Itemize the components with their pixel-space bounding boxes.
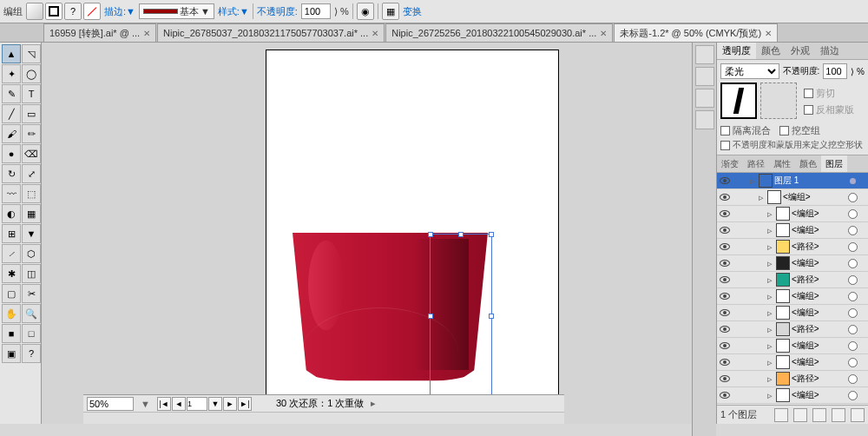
help-tool[interactable]: ? — [22, 344, 41, 363]
visibility-toggle[interactable] — [720, 194, 730, 201]
layer-row[interactable]: ▹ <路径> — [717, 239, 868, 255]
pencil-tool[interactable]: ✏ — [22, 124, 41, 143]
layer-row[interactable]: ▹ <编组> — [717, 305, 868, 321]
layer-row[interactable]: ▹ <编组> — [717, 288, 868, 305]
expand-toggle[interactable]: ▹ — [766, 373, 774, 385]
panel-tab[interactable]: 渐变 — [717, 155, 743, 172]
target-icon[interactable] — [848, 193, 858, 202]
type-tool[interactable]: T — [22, 84, 41, 103]
panel-tab[interactable]: 透明度 — [717, 43, 756, 59]
zoom-tool[interactable]: 🔍 — [22, 304, 41, 323]
panel-tab[interactable]: 颜色 — [756, 43, 786, 59]
transform-link[interactable]: 变换 — [403, 5, 422, 18]
panel-icon[interactable] — [695, 45, 714, 64]
artboard-number-input[interactable] — [187, 397, 207, 411]
direct-selection-tool[interactable]: ◹ — [22, 44, 41, 63]
expand-toggle[interactable]: ▹ — [766, 291, 774, 302]
free-transform-tool[interactable]: ⬚ — [22, 184, 41, 203]
color-modes[interactable]: □ — [22, 324, 41, 343]
panel-tab[interactable]: 图层 — [821, 155, 847, 172]
expand-toggle[interactable]: ▹ — [766, 357, 774, 368]
width-tool[interactable]: 〰 — [2, 184, 21, 203]
eyedropper-tool[interactable]: ⟋ — [2, 244, 21, 263]
panel-tab[interactable]: 外观 — [786, 43, 815, 59]
gradient-tool[interactable]: ▼ — [22, 224, 41, 243]
visibility-toggle[interactable] — [720, 359, 730, 366]
fill-stroke[interactable]: ■ — [2, 324, 21, 343]
document-tab[interactable]: Nipic_26725256_20180322100545029030.ai* … — [385, 23, 613, 42]
target-icon[interactable] — [848, 259, 858, 268]
layers-list[interactable]: ▹ 图层 1 ▹ <编组> ▹ <编组> ▹ <编组> ▹ <路径> — [717, 173, 868, 405]
canvas-area[interactable]: ▼ |◄ ◄ ▼ ► ►| 30 次还原：1 次重做 ▸ — [42, 43, 716, 424]
layer-row[interactable]: ▹ <编组> — [717, 189, 868, 206]
knockout-group-checkbox[interactable] — [779, 126, 789, 135]
layer-row[interactable]: ▹ <编组> — [717, 354, 868, 371]
target-icon[interactable] — [848, 325, 858, 334]
expand-toggle[interactable]: ▹ — [757, 192, 766, 203]
layer-row[interactable]: ▹ <编组> — [717, 222, 868, 239]
recolor-icon[interactable]: ◉ — [357, 3, 374, 20]
mask-thumbnail[interactable] — [760, 83, 797, 119]
target-icon[interactable] — [848, 292, 858, 301]
expand-toggle[interactable]: ▹ — [766, 340, 774, 352]
visibility-toggle[interactable] — [720, 392, 730, 399]
new-layer-button[interactable] — [832, 408, 845, 422]
hand-tool[interactable]: ✋ — [2, 304, 21, 323]
make-clipping-mask-button[interactable] — [793, 408, 807, 422]
artboard-tool[interactable]: ▢ — [2, 284, 21, 303]
visibility-toggle[interactable] — [720, 309, 730, 316]
layer-row[interactable]: ▹ <路径> — [717, 371, 868, 387]
visibility-toggle[interactable] — [720, 210, 730, 217]
panel-tab[interactable]: 描边 — [815, 43, 845, 59]
paintbrush-tool[interactable]: 🖌 — [2, 124, 21, 143]
panel-icon[interactable] — [695, 67, 714, 86]
target-icon[interactable] — [848, 374, 858, 384]
expand-toggle[interactable]: ▹ — [766, 390, 774, 401]
visibility-toggle[interactable] — [720, 293, 730, 300]
expand-toggle[interactable]: ▹ — [766, 307, 774, 319]
target-icon[interactable] — [848, 341, 858, 351]
visibility-toggle[interactable] — [720, 227, 730, 234]
stroke-link[interactable]: 描边:▼ — [104, 5, 135, 18]
panel-opacity-input[interactable] — [823, 63, 847, 79]
opacity-stepper[interactable]: ⟩ % — [334, 6, 349, 17]
opacity-mask-define-checkbox[interactable] — [720, 141, 730, 150]
lasso-tool[interactable]: ◯ — [22, 64, 41, 83]
style-dropdown[interactable]: 样式:▼ — [218, 5, 249, 18]
expand-toggle[interactable]: ▹ — [766, 208, 774, 220]
target-icon[interactable] — [848, 358, 858, 367]
layer-row[interactable]: ▹ <编组> — [717, 338, 868, 354]
expand-toggle[interactable]: ▹ — [766, 324, 774, 335]
fill-swatch[interactable] — [26, 3, 43, 20]
visibility-toggle[interactable] — [720, 177, 730, 184]
isolate-blending-checkbox[interactable] — [720, 126, 730, 135]
zoom-select[interactable] — [87, 397, 134, 411]
panel-tab[interactable]: 属性 — [769, 155, 795, 172]
shape-builder-tool[interactable]: ◐ — [2, 204, 21, 223]
selection-tool[interactable]: ▲ — [2, 44, 21, 63]
blend-mode-select[interactable]: 柔光 — [720, 63, 779, 79]
visibility-toggle[interactable] — [720, 342, 730, 349]
target-icon[interactable] — [848, 308, 858, 318]
target-icon[interactable] — [848, 242, 858, 252]
panel-tab[interactable]: 颜色 — [795, 155, 821, 172]
expand-toggle[interactable]: ▹ — [766, 258, 774, 269]
locate-object-button[interactable] — [774, 408, 788, 422]
symbol-sprayer-tool[interactable]: ✱ — [2, 264, 21, 283]
prev-artboard-button[interactable]: ◄ — [172, 397, 186, 411]
document-tab[interactable]: 16959 [转换].ai* @ ...✕ — [43, 23, 156, 42]
close-icon[interactable]: ✕ — [143, 29, 150, 38]
line-tool[interactable]: ╱ — [2, 104, 21, 123]
close-icon[interactable]: ✕ — [765, 29, 772, 38]
expand-toggle[interactable]: ▹ — [766, 274, 774, 286]
blend-tool[interactable]: ⬡ — [22, 244, 41, 263]
artboard-dropdown[interactable]: ▼ — [208, 397, 222, 411]
align-icon[interactable]: ▦ — [382, 3, 399, 20]
target-icon[interactable] — [848, 275, 858, 285]
stroke-swatch[interactable] — [45, 3, 62, 20]
close-icon[interactable]: ✕ — [372, 29, 378, 38]
layer-row[interactable]: ▹ <编组> — [717, 206, 868, 222]
target-icon[interactable] — [848, 391, 858, 400]
last-artboard-button[interactable]: ►| — [238, 397, 252, 411]
help-icon[interactable]: ? — [64, 3, 82, 20]
